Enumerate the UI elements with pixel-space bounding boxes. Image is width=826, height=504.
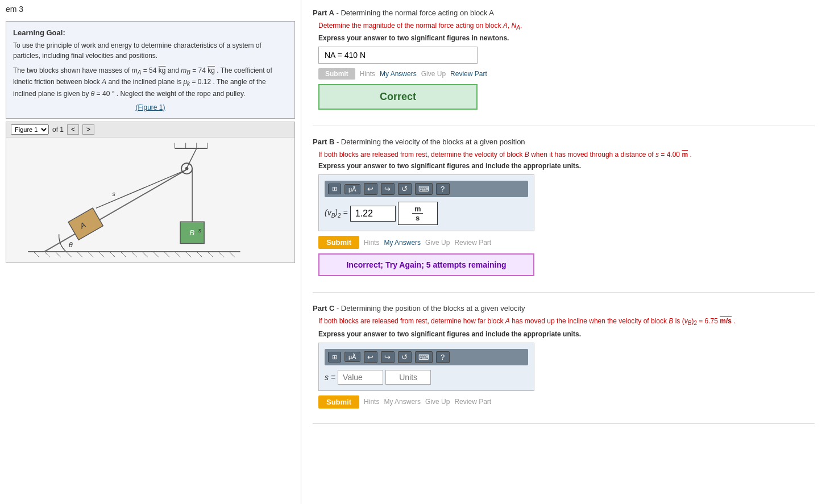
mu-btn[interactable]: μÃ — [344, 184, 360, 194]
part-c-reset-btn[interactable]: ↺ — [398, 351, 412, 363]
part-c-math-container: ⊞ μÃ ↩ ↪ ↺ ⌨ — [318, 343, 534, 391]
figure-select[interactable]: Figure 1 — [11, 124, 49, 135]
part-a-answer-box — [318, 47, 809, 64]
keyboard-btn[interactable]: ⌨ — [415, 183, 433, 195]
part-a-hints-link[interactable]: Hints — [360, 70, 375, 78]
part-a-give-up-link[interactable]: Give Up — [421, 70, 446, 78]
part-c-actions: Submit Hints My Answers Give Up Review P… — [318, 395, 809, 409]
part-b-label: Part B — [313, 138, 334, 146]
part-b-toolbar: ⊞ μÃ ↩ ↪ ↺ ⌨ — [325, 181, 528, 197]
part-c-give-up-link[interactable]: Give Up — [425, 398, 450, 406]
part-c-description: If both blocks are released from rest, d… — [313, 317, 815, 326]
part-b-description: If both blocks are released from rest, d… — [313, 151, 815, 159]
part-b-review-link[interactable]: Review Part — [454, 239, 491, 247]
part-b-fraction: m s — [412, 205, 424, 222]
svg-text:B: B — [189, 228, 194, 237]
part-c-reset-icon: ↺ — [401, 353, 408, 361]
figure-of-label: of 1 — [52, 126, 64, 134]
part-c-section: Part C - Determining the position of the… — [313, 304, 815, 423]
part-b-value-input[interactable] — [350, 206, 396, 222]
part-c-redo-btn[interactable]: ↪ — [381, 351, 395, 363]
svg-line-27 — [99, 252, 105, 257]
part-c-undo-btn[interactable]: ↩ — [364, 351, 377, 363]
part-c-keyboard-icon: ⌨ — [418, 353, 429, 361]
part-b-my-answers-link[interactable]: My Answers — [384, 239, 421, 247]
part-b-math-label: (vB)2 = — [325, 208, 348, 219]
part-a-review-link[interactable]: Review Part — [450, 70, 487, 78]
figure-content: θ A B s s — [6, 138, 294, 263]
help-btn[interactable]: ? — [436, 183, 450, 195]
svg-line-37 — [207, 252, 213, 257]
part-a-label: Part A — [313, 9, 334, 17]
part-b-heading: Determining the velocity of the blocks a… — [341, 138, 525, 146]
svg-line-29 — [121, 252, 126, 257]
part-b-title: Part B - Determining the velocity of the… — [313, 138, 815, 146]
figure-next-btn[interactable]: > — [82, 124, 94, 135]
part-c-toolbar: ⊞ μÃ ↩ ↪ ↺ ⌨ — [325, 349, 528, 365]
part-c-my-answers-link[interactable]: My Answers — [384, 398, 421, 406]
part-b-math-container: ⊞ μÃ ↩ ↪ ↺ ⌨ — [318, 174, 534, 231]
part-b-give-up-link[interactable]: Give Up — [425, 239, 450, 247]
part-c-matrix-btn[interactable]: ⊞ — [328, 352, 341, 363]
part-b-units-num: m — [412, 205, 424, 214]
part-b-submit-btn[interactable]: Submit — [318, 236, 359, 249]
part-c-submit-btn[interactable]: Submit — [318, 395, 359, 409]
part-c-hints-link[interactable]: Hints — [364, 398, 379, 406]
svg-text:θ: θ — [69, 241, 73, 249]
part-c-undo-icon: ↩ — [367, 353, 373, 361]
part-a-description: Determine the magnitude of the normal fo… — [313, 22, 815, 31]
matrix-btn[interactable]: ⊞ — [328, 184, 341, 194]
redo-icon: ↪ — [384, 185, 391, 193]
help-icon: ? — [441, 185, 445, 193]
reset-btn[interactable]: ↺ — [398, 183, 412, 195]
part-b-math-row: (vB)2 = m s — [325, 202, 528, 225]
part-b-section: Part B - Determining the velocity of the… — [313, 138, 815, 293]
part-b-units-den: s — [413, 214, 422, 222]
part-a-section: Part A - Determining the normal force ac… — [313, 9, 815, 126]
part-a-submit-btn[interactable]: Submit — [318, 68, 355, 80]
svg-line-24 — [66, 252, 72, 257]
part-c-value-input[interactable] — [338, 370, 383, 385]
figure-svg: θ A B s s — [6, 138, 294, 263]
svg-line-34 — [175, 252, 181, 257]
learning-goal-title: Learning Goal: — [13, 28, 288, 37]
part-a-input[interactable] — [318, 47, 478, 64]
part-a-instruction: Express your answer to two significant f… — [313, 34, 815, 42]
svg-line-38 — [218, 252, 224, 257]
figure-panel: Figure 1 of 1 < > θ — [6, 122, 295, 263]
part-c-instruction: Express your answer to two significant f… — [313, 330, 815, 338]
part-c-review-link[interactable]: Review Part — [454, 398, 491, 406]
keyboard-icon: ⌨ — [418, 185, 429, 193]
part-b-hints-link[interactable]: Hints — [364, 239, 379, 247]
svg-text:s: s — [198, 227, 202, 234]
part-c-mu-icon: μÃ — [348, 353, 356, 360]
part-a-heading: Determining the normal force acting on b… — [341, 9, 494, 17]
part-c-mu-btn[interactable]: μÃ — [344, 352, 360, 362]
svg-line-30 — [131, 252, 137, 257]
part-c-keyboard-btn[interactable]: ⌨ — [415, 351, 433, 363]
right-panel: Part A - Determining the normal force ac… — [301, 0, 826, 504]
undo-btn[interactable]: ↩ — [364, 183, 377, 195]
svg-line-39 — [229, 252, 235, 257]
svg-line-32 — [153, 252, 159, 257]
svg-line-35 — [186, 252, 192, 257]
part-a-my-answers-link[interactable]: My Answers — [380, 70, 417, 78]
svg-line-25 — [77, 252, 82, 257]
part-c-matrix-icon: ⊞ — [332, 353, 337, 360]
redo-btn[interactable]: ↪ — [381, 183, 395, 195]
svg-line-22 — [44, 252, 50, 257]
part-a-correct-banner: Correct — [318, 84, 478, 110]
matrix-icon: ⊞ — [332, 185, 337, 192]
part-c-help-btn[interactable]: ? — [436, 351, 450, 363]
figure-link[interactable]: (Figure 1) — [13, 103, 288, 111]
problem-title: em 3 — [0, 0, 301, 18]
part-c-label: Part C — [313, 304, 334, 313]
svg-text:s: s — [113, 190, 116, 197]
part-c-redo-icon: ↪ — [384, 353, 391, 361]
part-c-units-input[interactable] — [385, 370, 431, 385]
svg-line-6 — [96, 170, 186, 208]
svg-line-14 — [186, 148, 197, 170]
part-c-math-row: s = — [325, 370, 528, 385]
part-c-help-icon: ? — [441, 353, 445, 361]
figure-prev-btn[interactable]: < — [67, 124, 79, 135]
